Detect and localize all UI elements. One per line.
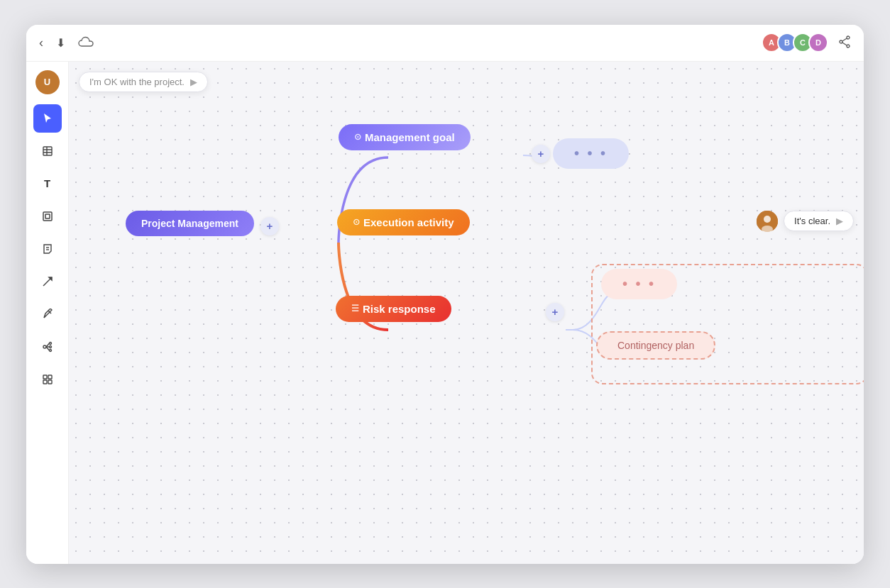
- svg-point-18: [49, 345, 51, 348]
- top-bar-right: A B C D: [762, 33, 851, 52]
- chat-input-text: I'm OK with the project.: [89, 77, 185, 87]
- node-risk-response[interactable]: ☰ Risk response: [336, 296, 451, 322]
- node-placeholder-top[interactable]: • • •: [553, 138, 629, 169]
- collaborator-avatars: A B C D: [762, 33, 828, 52]
- node-project-management[interactable]: Project Management: [126, 211, 254, 236]
- svg-line-20: [46, 343, 50, 347]
- download-icon[interactable]: ⬇: [56, 36, 65, 50]
- tool-note[interactable]: [33, 235, 62, 263]
- top-bar-left: ‹ ⬇: [39, 35, 94, 50]
- sidebar: U T: [26, 62, 69, 564]
- chat-right-text-box: It's clear. ▶: [784, 211, 854, 231]
- svg-rect-23: [43, 375, 47, 379]
- top-bar: ‹ ⬇ A B C D: [26, 25, 864, 62]
- svg-point-16: [43, 345, 46, 348]
- share-icon[interactable]: [838, 35, 851, 50]
- placeholder-top-dots: • • •: [574, 145, 608, 162]
- chat-bubble-top: I'm OK with the project. ▶: [79, 72, 208, 92]
- tool-frame[interactable]: [33, 202, 62, 231]
- svg-point-28: [764, 216, 771, 223]
- chat-right-avatar: [757, 211, 778, 232]
- svg-point-1: [847, 45, 850, 48]
- back-icon[interactable]: ‹: [39, 35, 43, 50]
- node-management-goal[interactable]: ⊙ Management goal: [339, 124, 471, 150]
- node-contingency-plan[interactable]: Contingency plan: [596, 331, 715, 360]
- chat-input[interactable]: I'm OK with the project. ▶: [79, 72, 208, 92]
- tool-select[interactable]: [33, 104, 62, 133]
- svg-point-19: [49, 349, 51, 351]
- main-area: U T: [26, 62, 864, 564]
- svg-line-3: [842, 38, 847, 41]
- svg-rect-9: [43, 212, 52, 221]
- svg-rect-25: [43, 380, 47, 384]
- placeholder-mid-dots: • • •: [622, 276, 656, 292]
- node-execution-label: Execution activity: [363, 216, 454, 228]
- tool-mindmap[interactable]: [33, 333, 62, 361]
- plus-btn-project[interactable]: +: [260, 217, 279, 235]
- svg-line-4: [842, 43, 847, 45]
- svg-rect-24: [48, 375, 52, 379]
- tool-text[interactable]: T: [33, 170, 62, 198]
- svg-point-17: [49, 342, 51, 344]
- goal-icon: ⊙: [354, 132, 361, 142]
- svg-point-0: [847, 36, 850, 39]
- cloud-icon[interactable]: [78, 35, 94, 50]
- chat-send-icon[interactable]: ▶: [836, 216, 843, 226]
- plus-btn-risk[interactable]: +: [546, 303, 564, 321]
- svg-point-2: [840, 40, 842, 43]
- node-project-label: Project Management: [141, 218, 238, 229]
- plus-btn-goal[interactable]: +: [532, 145, 550, 163]
- chat-right-text: It's clear.: [794, 216, 830, 226]
- risk-icon: ☰: [351, 304, 359, 314]
- send-icon[interactable]: ▶: [190, 77, 197, 87]
- node-placeholder-mid[interactable]: • • •: [601, 269, 677, 299]
- svg-line-22: [46, 347, 50, 350]
- svg-rect-10: [45, 214, 50, 218]
- tool-line[interactable]: [33, 267, 62, 296]
- canvas-area[interactable]: I'm OK with the project. ▶ It's clear. ▶: [69, 62, 864, 564]
- node-contingency-label: Contingency plan: [617, 340, 694, 351]
- svg-rect-26: [48, 380, 52, 384]
- tool-draw[interactable]: [33, 300, 62, 328]
- tool-grid[interactable]: [33, 365, 62, 394]
- chat-bubble-right: It's clear. ▶: [757, 211, 854, 232]
- avatar-4: D: [808, 33, 828, 52]
- svg-rect-5: [43, 147, 52, 155]
- node-management-goal-label: Management goal: [365, 131, 455, 143]
- node-risk-label: Risk response: [363, 303, 436, 315]
- app-window: ‹ ⬇ A B C D: [26, 25, 864, 564]
- user-avatar: U: [35, 70, 60, 94]
- tool-table[interactable]: [33, 137, 62, 165]
- node-execution-activity[interactable]: ⊙ Execution activity: [337, 209, 470, 235]
- execution-icon: ⊙: [353, 217, 360, 227]
